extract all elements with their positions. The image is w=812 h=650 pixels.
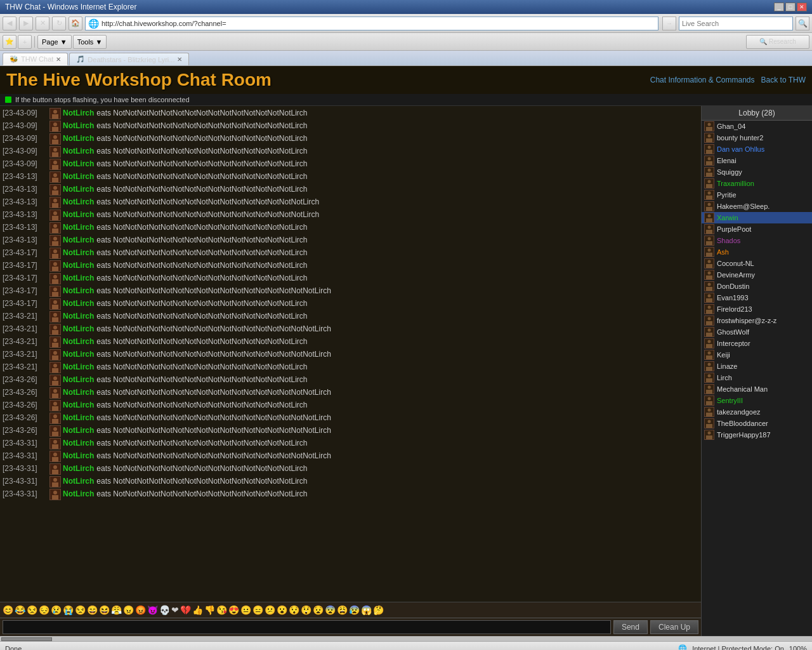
tab-thw-chat[interactable]: 🐝 THW Chat ✕ bbox=[3, 53, 68, 65]
user-item[interactable]: Ash bbox=[702, 246, 812, 258]
msg-username: NotLirch bbox=[63, 425, 94, 435]
user-item[interactable]: Firelord213 bbox=[702, 303, 812, 315]
research-button[interactable]: 🔍 Research bbox=[746, 35, 809, 49]
emoji-button[interactable]: 💀 bbox=[159, 605, 170, 615]
chat-info-link[interactable]: Chat Information & Commands bbox=[650, 76, 755, 84]
chat-message: [23-43-17] NotLirch eats NotNotNotNotNot… bbox=[3, 298, 698, 310]
emoji-button[interactable]: 😍 bbox=[228, 605, 239, 615]
home-button[interactable]: 🏠 bbox=[69, 17, 82, 30]
emoji-button[interactable]: 😱 bbox=[361, 605, 372, 615]
go-button[interactable]: → bbox=[662, 17, 676, 30]
emoji-button[interactable]: 🤔 bbox=[373, 605, 384, 615]
emoji-button[interactable]: 😨 bbox=[325, 605, 336, 615]
emoji-button[interactable]: 👍 bbox=[192, 605, 203, 615]
emoji-button[interactable]: 😲 bbox=[301, 605, 311, 615]
user-item[interactable]: Lirch bbox=[702, 372, 812, 383]
emoji-button[interactable]: 😈 bbox=[147, 605, 158, 615]
add-favorites-button[interactable]: + bbox=[18, 35, 32, 49]
user-item[interactable]: Ghan_04 bbox=[702, 121, 812, 132]
tab-close-2[interactable]: ✕ bbox=[177, 56, 182, 63]
user-item[interactable]: GhostWolf bbox=[702, 326, 812, 338]
address-bar[interactable]: 🌐 http://chat.hiveworkshop.com/?channel= bbox=[85, 17, 658, 30]
tools-button[interactable]: Tools ▼ bbox=[73, 35, 107, 49]
horizontal-scrollbar[interactable] bbox=[0, 636, 812, 641]
chat-messages[interactable]: [23-43-09] NotLirch eats NotNotNotNotNot… bbox=[0, 106, 701, 602]
emoji-button[interactable]: 😒 bbox=[75, 605, 86, 615]
emoji-button[interactable]: 😐 bbox=[240, 605, 251, 615]
emoji-button[interactable]: 😄 bbox=[87, 605, 98, 615]
user-item[interactable]: Keiji bbox=[702, 349, 812, 361]
msg-avatar bbox=[49, 133, 61, 145]
emoji-button[interactable]: 😒 bbox=[27, 605, 37, 615]
user-item[interactable]: Traxamillion bbox=[702, 178, 812, 189]
msg-time: [23-43-09] bbox=[3, 108, 47, 118]
emoji-button[interactable]: ❤ bbox=[171, 605, 179, 615]
emoji-button[interactable]: 😆 bbox=[99, 605, 110, 615]
user-list-scroll[interactable]: Ghan_04 bounty hunter2 Dan van Ohllus bbox=[702, 121, 812, 636]
user-item[interactable]: Squiggy bbox=[702, 166, 812, 178]
user-item[interactable]: Shados bbox=[702, 235, 812, 246]
emoji-button[interactable]: 😡 bbox=[135, 605, 146, 615]
search-input[interactable] bbox=[679, 17, 793, 30]
user-item[interactable]: bounty hunter2 bbox=[702, 132, 812, 143]
search-button[interactable]: 🔍 bbox=[796, 17, 809, 30]
emoji-button[interactable]: 😠 bbox=[123, 605, 134, 615]
send-button[interactable]: Send bbox=[613, 620, 648, 634]
emoji-button[interactable]: 😤 bbox=[111, 605, 122, 615]
tab-deathstars[interactable]: 🎵 Deathstars - Blitzkrieg Lyri... ✕ bbox=[69, 53, 189, 65]
emoji-button[interactable]: 😊 bbox=[3, 605, 13, 615]
emoji-button[interactable]: 😕 bbox=[265, 605, 275, 615]
stop-button[interactable]: ✕ bbox=[36, 17, 49, 30]
page-button[interactable]: Page ▼ bbox=[37, 35, 72, 49]
chat-input[interactable] bbox=[3, 620, 611, 634]
user-item[interactable]: Elenai bbox=[702, 155, 812, 166]
favorites-button[interactable]: ⭐ bbox=[3, 35, 16, 49]
emoji-button[interactable]: 😩 bbox=[337, 605, 348, 615]
back-button[interactable]: ◀ bbox=[3, 17, 16, 30]
emoji-button[interactable]: 💔 bbox=[180, 605, 191, 615]
user-item[interactable]: DonDustin bbox=[702, 281, 812, 292]
chat-message: [23-43-17] NotLirch eats NotNotNotNotNot… bbox=[3, 247, 698, 260]
user-item[interactable]: TriggerHappy187 bbox=[702, 429, 812, 441]
maximize-button[interactable]: □ bbox=[785, 3, 796, 11]
svg-rect-113 bbox=[706, 196, 712, 199]
user-item[interactable]: Interceptor bbox=[702, 338, 812, 349]
user-item[interactable]: DevineArmy bbox=[702, 269, 812, 281]
emoji-button[interactable]: 😧 bbox=[313, 605, 324, 615]
user-item[interactable]: Mechanical Man bbox=[702, 383, 812, 395]
user-item[interactable]: Pyritie bbox=[702, 189, 812, 201]
forward-button[interactable]: ▶ bbox=[19, 17, 33, 30]
back-to-thw-link[interactable]: Back to THW bbox=[761, 76, 806, 84]
emoji-button[interactable]: 😔 bbox=[39, 605, 49, 615]
user-item[interactable]: frostwhisper@z-z-z bbox=[702, 315, 812, 326]
user-item[interactable]: Coconut-NL bbox=[702, 258, 812, 269]
emoji-button[interactable]: 😂 bbox=[15, 605, 25, 615]
refresh-button[interactable]: ↻ bbox=[52, 17, 66, 30]
user-item[interactable]: Evan1993 bbox=[702, 292, 812, 303]
tab-close-1[interactable]: ✕ bbox=[56, 56, 61, 63]
msg-time: [23-43-26] bbox=[3, 413, 47, 423]
svg-point-58 bbox=[53, 351, 57, 355]
msg-text: eats NotNotNotNotNotNotNotNotNotNotNotNo… bbox=[96, 235, 307, 245]
user-item[interactable]: takezandgoez bbox=[702, 406, 812, 418]
emoji-button[interactable]: 😭 bbox=[63, 605, 74, 615]
emoji-button[interactable]: 👎 bbox=[204, 605, 215, 615]
emoji-button[interactable]: 😑 bbox=[252, 605, 263, 615]
clean-button[interactable]: Clean Up bbox=[650, 620, 698, 634]
user-item[interactable]: TheBlooddancer bbox=[702, 418, 812, 429]
msg-username: NotLirch bbox=[63, 413, 94, 423]
emoji-button[interactable]: 😰 bbox=[349, 605, 360, 615]
user-item[interactable]: Dan van Ohllus bbox=[702, 143, 812, 155]
user-name: Squiggy bbox=[717, 168, 742, 176]
emoji-button[interactable]: 😯 bbox=[289, 605, 299, 615]
user-item[interactable]: PurplePoot bbox=[702, 223, 812, 235]
user-item[interactable]: Xarwin bbox=[702, 212, 812, 223]
emoji-button[interactable]: 😢 bbox=[51, 605, 62, 615]
minimize-button[interactable]: _ bbox=[774, 3, 784, 11]
user-item[interactable]: Hakeem@Sleep. bbox=[702, 201, 812, 212]
user-item[interactable]: Linaze bbox=[702, 361, 812, 372]
user-item[interactable]: SentryIII bbox=[702, 395, 812, 406]
emoji-button[interactable]: 😘 bbox=[216, 605, 227, 615]
close-button[interactable]: ✕ bbox=[797, 3, 807, 11]
emoji-button[interactable]: 😮 bbox=[277, 605, 287, 615]
